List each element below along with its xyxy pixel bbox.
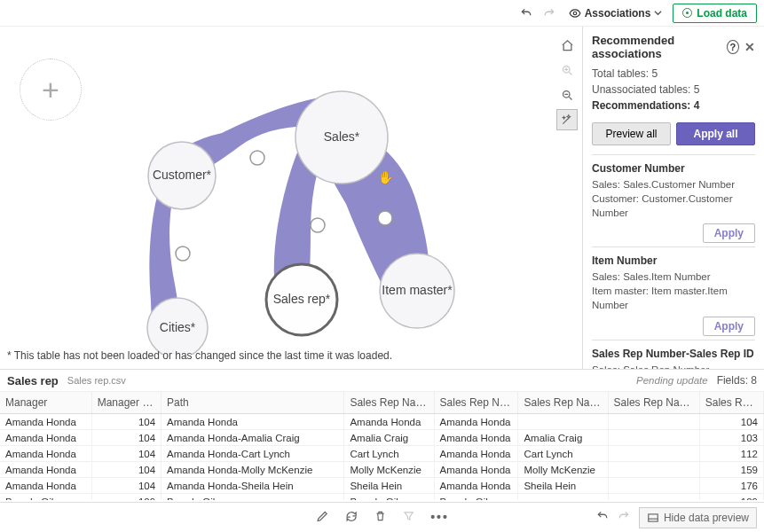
svg-point-0	[573, 12, 577, 15]
table-row[interactable]: Amanda Honda104Amanda Honda-Molly McKenz…	[0, 462, 764, 478]
column-header[interactable]: Manager Nu…	[91, 392, 161, 414]
associations-canvas[interactable]: + Sales* Customer* Cities* Sales rep* It…	[0, 27, 583, 369]
table-name: Sales rep	[7, 374, 59, 387]
redo-icon	[540, 4, 558, 22]
delete-icon[interactable]	[374, 510, 386, 526]
table-file: Sales rep.csv	[67, 375, 126, 386]
svg-point-14	[378, 211, 392, 225]
home-icon[interactable]	[557, 35, 577, 55]
column-header[interactable]: Manager	[0, 392, 91, 414]
more-icon[interactable]: •••	[430, 510, 449, 526]
data-preview-grid[interactable]: ManagerManager Nu…PathSales Rep NameSale…	[0, 392, 764, 500]
redo-bottom-icon	[618, 510, 630, 525]
table-row[interactable]: Brenda Gibson109Brenda GibsonBrenda Gibs…	[0, 494, 764, 501]
preview-all-button[interactable]: Preview all	[592, 122, 671, 145]
edit-icon[interactable]	[315, 510, 328, 526]
refresh-icon[interactable]	[344, 510, 358, 526]
svg-text:Item master*: Item master*	[382, 283, 453, 297]
pending-badge: Pending update	[636, 375, 708, 386]
card-title: Sales Rep Number-Sales Rep ID	[592, 348, 755, 360]
load-icon	[682, 8, 692, 18]
association-card: Customer NumberSales: Sales.Customer Num…	[592, 154, 755, 246]
table-row[interactable]: Amanda Honda104Amanda Honda-Cart LynchCa…	[0, 446, 764, 462]
svg-point-13	[311, 218, 325, 232]
recommendations-panel: Recommended associations ? ✕ Total table…	[583, 27, 764, 369]
load-data-button[interactable]: Load data	[673, 4, 757, 23]
svg-rect-17	[649, 513, 658, 520]
association-card: Item NumberSales: Sales.Item NumberItem …	[592, 246, 755, 339]
zoom-in-icon[interactable]	[557, 60, 577, 80]
apply-all-button[interactable]: Apply all	[676, 122, 755, 145]
svg-point-11	[250, 151, 264, 165]
apply-button[interactable]: Apply	[703, 317, 755, 336]
svg-text:Sales rep*: Sales rep*	[273, 292, 331, 306]
column-header[interactable]: Path	[161, 392, 344, 414]
magic-wand-icon[interactable]	[557, 110, 577, 129]
undo-icon[interactable]	[517, 4, 535, 22]
hide-preview-button[interactable]: Hide data preview	[639, 507, 757, 528]
svg-point-12	[176, 246, 190, 261]
apply-button[interactable]: Apply	[703, 223, 755, 243]
card-title: Customer Number	[592, 162, 755, 175]
view-selector[interactable]: Associations	[563, 5, 668, 21]
column-header[interactable]: Sales Rep Name1	[434, 392, 518, 414]
panel-title: Recommended associations	[592, 34, 727, 60]
svg-text:Sales*: Sales*	[324, 129, 360, 144]
undo-bottom-icon[interactable]	[596, 510, 609, 525]
column-header[interactable]: Sales Rep Name3	[608, 392, 699, 414]
close-icon[interactable]: ✕	[744, 40, 755, 54]
preview-header: Sales rep Sales rep.csv Pending update F…	[0, 369, 764, 392]
bubble-graph: Sales* Customer* Cities* Sales rep* Item…	[9, 35, 577, 355]
svg-text:Customer*: Customer*	[153, 168, 212, 182]
column-header[interactable]: Sales Rep ID	[699, 392, 763, 414]
svg-text:Cities*: Cities*	[160, 320, 196, 334]
table-row[interactable]: Amanda Honda104Amanda Honda-Amalia Craig…	[0, 430, 764, 446]
table-row[interactable]: Amanda Honda104Amanda Honda-Sheila HeinS…	[0, 478, 764, 494]
card-title: Item Number	[592, 254, 755, 267]
view-label: Associations	[585, 7, 651, 20]
canvas-footnote: * This table has not been loaded or has …	[7, 349, 392, 362]
filter-icon	[402, 510, 414, 526]
column-header[interactable]: Sales Rep Name	[344, 392, 434, 414]
zoom-out-icon[interactable]	[557, 85, 577, 105]
column-header[interactable]: Sales Rep Name2	[518, 392, 608, 414]
table-row[interactable]: Amanda Honda104Amanda HondaAmanda HondaA…	[0, 414, 764, 430]
association-card: Sales Rep Number-Sales Rep IDSales: Sale…	[592, 340, 755, 369]
help-icon[interactable]: ?	[727, 40, 739, 54]
